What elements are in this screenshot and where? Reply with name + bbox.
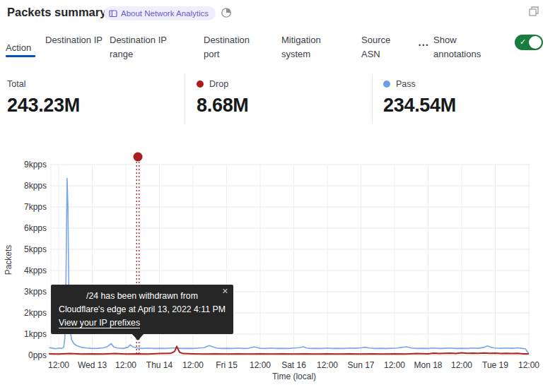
stat-drop: Drop 8.68M — [197, 79, 249, 117]
annotations-toggle[interactable]: ✓ — [515, 35, 543, 50]
stats-divider — [185, 74, 185, 124]
y-axis-title: Packets — [4, 245, 13, 275]
stat-total-value: 243.23M — [7, 95, 80, 117]
svg-text:7kpps: 7kpps — [24, 202, 47, 212]
drop-legend-dot — [197, 81, 204, 88]
annotation-tooltip: ✕ /24 has been withdrawn from Cloudflare… — [51, 285, 233, 334]
about-badge[interactable]: About Network Analytics — [104, 6, 216, 20]
tab-destination-port[interactable]: Destination port — [204, 33, 264, 61]
svg-text:12:00: 12:00 — [317, 360, 338, 370]
svg-text:5kpps: 5kpps — [24, 244, 47, 254]
tab-destination-ip[interactable]: Destination IP — [45, 33, 103, 47]
svg-text:9kpps: 9kpps — [24, 160, 47, 170]
tooltip-line2: Cloudflare's edge at April 13, 2022 4:11… — [59, 303, 226, 316]
stat-pass: Pass 234.54M — [383, 79, 456, 117]
svg-text:Tue 19: Tue 19 — [482, 360, 508, 370]
about-badge-label: About Network Analytics — [121, 9, 209, 18]
stat-pass-value: 234.54M — [383, 95, 456, 117]
series-drop-line — [49, 346, 528, 354]
x-axis-tick-labels: 12:00Wed 1312:00Thu 1412:00Fri 1512:00Sa… — [48, 360, 539, 370]
more-tabs-icon[interactable]: ••• — [419, 42, 429, 49]
tab-source-asn[interactable]: Source ASN — [361, 33, 404, 61]
svg-text:8kpps: 8kpps — [24, 181, 47, 191]
svg-text:0pps: 0pps — [28, 350, 47, 360]
x-axis-title: Time (local) — [272, 372, 316, 381]
check-icon: ✓ — [520, 37, 526, 47]
svg-text:Mon 18: Mon 18 — [414, 360, 442, 370]
svg-text:Sun 17: Sun 17 — [347, 360, 374, 370]
tab-action[interactable]: Action — [6, 41, 31, 55]
svg-text:12:00: 12:00 — [182, 360, 204, 370]
svg-text:12:00: 12:00 — [518, 360, 539, 370]
book-icon — [109, 9, 117, 18]
show-annotations-label: Show annotations — [433, 33, 498, 61]
tab-destination-ip-range[interactable]: Destination IP range — [110, 33, 180, 61]
page-title: Packets summary — [7, 6, 106, 19]
svg-text:Thu 14: Thu 14 — [146, 360, 173, 370]
stat-drop-label: Drop — [209, 79, 228, 89]
stat-total-label: Total — [7, 79, 25, 89]
svg-text:12:00: 12:00 — [48, 360, 69, 370]
tooltip-line1: /24 has been withdrawn from — [59, 290, 226, 303]
tab-mitigation-system[interactable]: Mitigation system — [281, 33, 338, 61]
popout-icon[interactable] — [529, 6, 539, 18]
stat-total: Total 243.23M — [7, 79, 80, 117]
annotation-dot[interactable] — [134, 153, 143, 162]
pass-legend-dot — [383, 81, 390, 88]
svg-text:4kpps: 4kpps — [24, 266, 47, 275]
svg-text:3kpps: 3kpps — [24, 287, 47, 297]
svg-text:Wed 13: Wed 13 — [78, 360, 107, 370]
svg-text:12:00: 12:00 — [451, 360, 472, 370]
svg-text:12:00: 12:00 — [250, 360, 271, 370]
stat-pass-label: Pass — [396, 79, 416, 89]
svg-text:2kpps: 2kpps — [24, 308, 47, 318]
toggle-knob — [529, 36, 542, 49]
svg-text:1kpps: 1kpps — [24, 329, 47, 339]
active-tab-underline — [6, 55, 35, 57]
svg-text:12:00: 12:00 — [384, 360, 405, 370]
svg-text:Fri 15: Fri 15 — [216, 360, 238, 370]
y-axis-tick-labels: 0pps1kpps2kpps3kpps4kpps5kpps6kpps7kpps8… — [24, 160, 47, 360]
svg-text:6kpps: 6kpps — [24, 223, 47, 233]
view-ip-prefixes-link[interactable]: View your IP prefixes — [59, 318, 140, 328]
svg-text:12:00: 12:00 — [115, 360, 136, 370]
stats-divider — [372, 74, 373, 124]
stat-drop-value: 8.68M — [197, 95, 249, 117]
stats-row: Total 243.23M Drop 8.68M Pass 234.54M — [0, 73, 555, 128]
close-icon[interactable]: ✕ — [222, 287, 228, 296]
tab-bar: Action Destination IP Destination IP ran… — [0, 32, 555, 66]
svg-text:Sat 16: Sat 16 — [281, 360, 306, 370]
time-period-icon[interactable] — [221, 7, 232, 20]
